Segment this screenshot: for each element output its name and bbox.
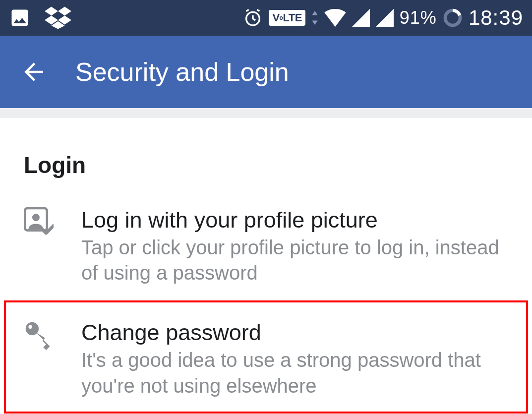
setting-title: Log in with your profile picture bbox=[81, 207, 508, 233]
setting-subtitle: Tap or click your profile picture to log… bbox=[81, 235, 508, 286]
setting-title: Change password bbox=[81, 320, 506, 346]
clock: 18:39 bbox=[469, 6, 523, 30]
app-bar: Security and Login bbox=[0, 36, 532, 108]
key-icon bbox=[24, 320, 54, 351]
setting-row-change-password[interactable]: Change password It's a good idea to use … bbox=[4, 300, 528, 413]
expand-icon bbox=[311, 11, 318, 25]
content: Login Log in with your profile picture T… bbox=[0, 118, 532, 414]
status-left-icons bbox=[9, 6, 71, 30]
volte-badge: VoLTE bbox=[269, 10, 305, 26]
status-right-icons: VoLTE 91% 18: bbox=[243, 6, 523, 30]
section-header-login: Login bbox=[0, 138, 532, 188]
setting-row-profile-picture-login[interactable]: Log in with your profile picture Tap or … bbox=[0, 188, 532, 300]
setting-subtitle: It's a good idea to use a strong passwor… bbox=[81, 348, 506, 398]
dropbox-icon bbox=[45, 6, 71, 30]
profile-login-icon bbox=[24, 207, 54, 235]
page-title: Security and Login bbox=[75, 57, 289, 87]
image-icon bbox=[9, 7, 31, 29]
battery-percent: 91% bbox=[400, 7, 437, 28]
signal-icon-2 bbox=[376, 9, 394, 27]
separator bbox=[0, 108, 532, 118]
wifi-icon bbox=[324, 9, 346, 27]
signal-icon-1 bbox=[352, 9, 370, 27]
data-circle-icon bbox=[443, 8, 463, 28]
alarm-icon bbox=[243, 8, 263, 28]
status-bar: VoLTE 91% 18: bbox=[0, 0, 532, 36]
back-button[interactable] bbox=[20, 58, 48, 86]
svg-point-4 bbox=[28, 325, 32, 329]
